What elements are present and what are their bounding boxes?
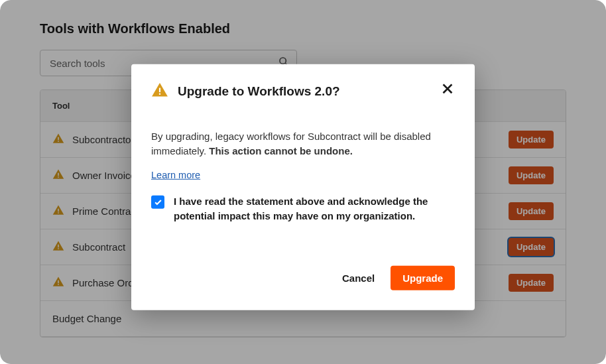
modal-title: Upgrade to Workflows 2.0? (178, 84, 340, 98)
modal-body: By upgrading, legacy workflows for Subco… (151, 129, 455, 223)
learn-more-link[interactable]: Learn more (151, 168, 200, 182)
close-icon[interactable] (440, 81, 455, 98)
ack-text: I have read the statement above and ackn… (174, 194, 455, 223)
svg-rect-13 (159, 93, 160, 94)
cancel-button[interactable]: Cancel (342, 273, 375, 284)
modal-body-bold: This action cannot be undone. (209, 145, 353, 156)
upgrade-modal: Upgrade to Workflows 2.0? By upgrading, … (131, 64, 475, 310)
svg-rect-12 (159, 88, 160, 92)
warning-icon (151, 81, 168, 101)
ack-checkbox[interactable] (151, 196, 164, 209)
upgrade-button[interactable]: Upgrade (391, 266, 455, 290)
